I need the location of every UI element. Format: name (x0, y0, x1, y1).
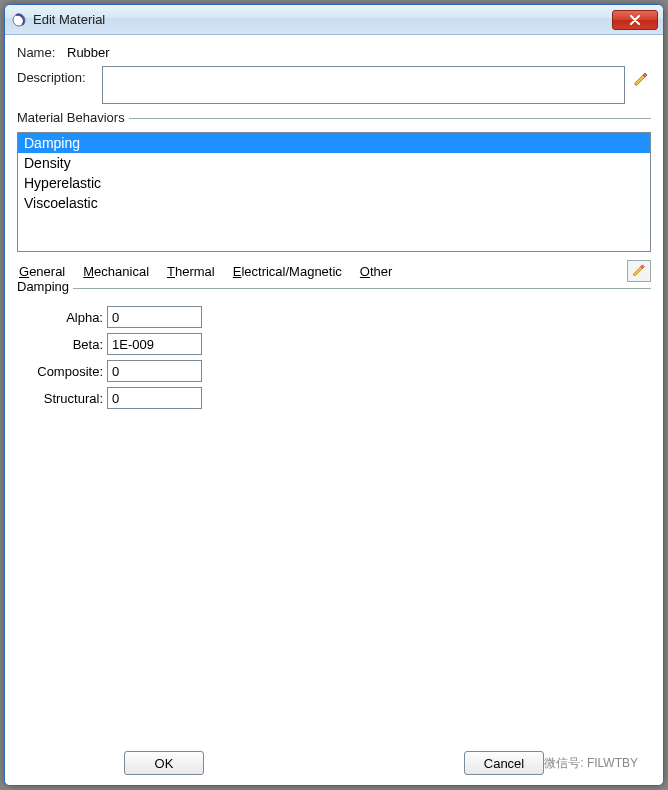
parameters-group: Alpha:Beta:Composite:Structural: (17, 306, 651, 414)
menu-general-rest: eneral (29, 264, 65, 279)
behavior-item[interactable]: Hyperelastic (18, 173, 650, 193)
app-icon (11, 12, 27, 28)
param-label: Beta: (17, 337, 107, 352)
category-menubar: General Mechanical Thermal Electrical/Ma… (17, 260, 651, 282)
close-button[interactable] (612, 10, 658, 30)
menu-thermal[interactable]: Thermal (165, 263, 217, 280)
name-value: Rubber (67, 45, 110, 60)
param-row: Composite: (17, 360, 651, 382)
edit-description-button[interactable] (631, 70, 651, 90)
material-behaviors-group: Material Behaviors DampingDensityHyperel… (17, 118, 651, 282)
param-label: Structural: (17, 391, 107, 406)
cancel-button[interactable]: Cancel (464, 751, 544, 775)
description-input[interactable] (102, 66, 625, 104)
menu-em-rest: lectrical/Magnetic (241, 264, 341, 279)
menu-other[interactable]: Other (358, 263, 395, 280)
param-input[interactable] (107, 387, 202, 409)
button-bar: OK Cancel (17, 745, 651, 777)
window-title: Edit Material (33, 12, 105, 27)
menu-thermal-rest: hermal (175, 264, 215, 279)
menu-mechanical[interactable]: Mechanical (81, 263, 151, 280)
name-label: Name: (17, 45, 65, 60)
section-separator: Damping (17, 288, 651, 304)
behaviors-legend: Material Behaviors (17, 110, 129, 125)
behavior-item[interactable]: Viscoelastic (18, 193, 650, 213)
param-row: Beta: (17, 333, 651, 355)
param-input[interactable] (107, 360, 202, 382)
param-label: Alpha: (17, 310, 107, 325)
param-row: Structural: (17, 387, 651, 409)
menu-electrical-magnetic[interactable]: Electrical/Magnetic (231, 263, 344, 280)
param-label: Composite: (17, 364, 107, 379)
behavior-item[interactable]: Density (18, 153, 650, 173)
description-label: Description: (17, 66, 102, 85)
param-input[interactable] (107, 306, 202, 328)
section-title: Damping (17, 279, 73, 294)
edit-behavior-button[interactable] (627, 260, 651, 282)
dialog-content: Name: Rubber Description: Material Behav… (5, 35, 663, 785)
menu-other-rest: ther (370, 264, 392, 279)
titlebar: Edit Material (5, 5, 663, 35)
dialog-window: Edit Material Name: Rubber Description: … (4, 4, 664, 786)
behavior-item[interactable]: Damping (18, 133, 650, 153)
behaviors-list[interactable]: DampingDensityHyperelasticViscoelastic (17, 132, 651, 252)
menu-general[interactable]: General (17, 263, 67, 280)
param-input[interactable] (107, 333, 202, 355)
menu-mechanical-rest: echanical (94, 264, 149, 279)
param-row: Alpha: (17, 306, 651, 328)
ok-button[interactable]: OK (124, 751, 204, 775)
